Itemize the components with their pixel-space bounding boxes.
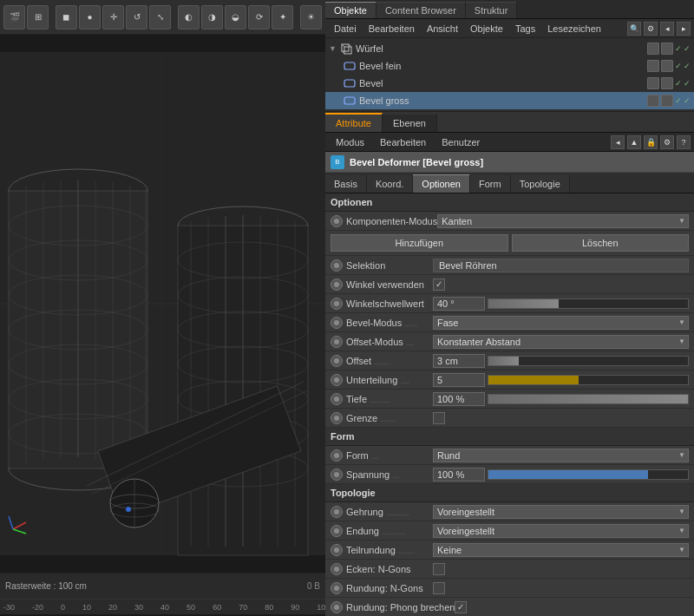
collapse-icon[interactable]: ◂	[660, 22, 674, 36]
select-gehrung[interactable]: Voreingestellt	[433, 505, 689, 519]
checkbox-rundung-phong[interactable]: ✓	[455, 601, 467, 613]
checkbox-grenze[interactable]	[433, 412, 445, 424]
value-tiefe[interactable]	[433, 392, 689, 406]
value-teilrundung[interactable]: Keine	[433, 543, 689, 557]
tree-item-wurfel[interactable]: ▼ Würfel ✓ ✓	[325, 40, 694, 57]
expand-icon[interactable]: ▸	[677, 22, 691, 36]
rend-icon-4[interactable]	[661, 95, 673, 107]
select-teilrundung[interactable]: Keine	[433, 543, 689, 557]
tab-ebenen[interactable]: Ebenen	[383, 115, 437, 132]
value-komponenten[interactable]: Kanten	[437, 214, 689, 228]
value-endung[interactable]: Voreingestellt	[433, 524, 689, 538]
tool-film[interactable]: 🎬	[3, 5, 25, 29]
menu-ansicht[interactable]: Ansicht	[422, 22, 463, 36]
slider-tiefe[interactable]	[488, 394, 689, 404]
tool-sphere[interactable]: ●	[79, 5, 101, 29]
tool-s1[interactable]: ◐	[178, 5, 200, 29]
select-wrapper-offset-modus[interactable]: Konstanter Abstand	[433, 335, 689, 349]
tab-form[interactable]: Form	[470, 175, 511, 193]
tool-s4[interactable]: ✦	[272, 5, 293, 29]
tool-cube[interactable]: ◼	[56, 5, 77, 29]
tab-topologie[interactable]: Topologie	[511, 175, 570, 193]
value-unterteilung[interactable]	[433, 373, 689, 387]
menu-tags[interactable]: Tags	[510, 22, 540, 36]
tool-light[interactable]: ☀	[300, 5, 322, 29]
checkbox-rundung-ngons[interactable]	[433, 582, 445, 594]
value-bevel-modus[interactable]: Fase	[433, 316, 689, 330]
visibility-icon[interactable]	[647, 43, 659, 55]
select-wrapper-teilrundung[interactable]: Keine	[433, 543, 689, 557]
attr-bearbeiten[interactable]: Bearbeiten	[373, 135, 433, 149]
value-rundung-ngons[interactable]	[433, 582, 689, 594]
tab-optionen[interactable]: Optionen	[413, 174, 470, 193]
value-form[interactable]: Rund	[433, 449, 689, 462]
select-endung[interactable]: Voreingestellt	[433, 524, 689, 538]
arrow-up-icon[interactable]: ▲	[627, 135, 641, 149]
value-winkelwert[interactable]	[433, 297, 689, 311]
rend-icon-3[interactable]	[661, 77, 673, 89]
select-offset-modus[interactable]: Konstanter Abstand	[433, 335, 689, 349]
menu-bearbeiten[interactable]: Bearbeiten	[363, 22, 420, 36]
rend-icon-2[interactable]	[661, 60, 673, 72]
search-icon[interactable]: 🔍	[627, 22, 641, 36]
input-unterteilung[interactable]	[433, 373, 485, 387]
tab-objekte[interactable]: Objekte	[325, 2, 376, 18]
value-grenze[interactable]	[433, 412, 689, 424]
value-offset-modus[interactable]: Konstanter Abstand	[433, 335, 689, 349]
input-selektion[interactable]	[433, 259, 689, 272]
viewport-3d[interactable]	[0, 35, 325, 573]
render-icon[interactable]	[661, 43, 673, 55]
menu-datei[interactable]: Datei	[329, 22, 362, 36]
checkbox-winkel[interactable]: ✓	[433, 279, 445, 291]
btn-hinzufuegen[interactable]: Hinzufügen	[331, 234, 508, 252]
value-winkel-check[interactable]: ✓	[433, 279, 689, 291]
tab-koord[interactable]: Koord.	[367, 175, 413, 193]
settings-icon[interactable]: ⚙	[660, 135, 674, 149]
value-spannung[interactable]	[433, 468, 689, 482]
select-wrapper-komponenten[interactable]: Kanten	[437, 214, 689, 228]
vis-icon-3[interactable]	[647, 77, 659, 89]
tree-item-bevel-gross[interactable]: Bevel gross ✓ ✓	[325, 92, 694, 109]
slider-spannung[interactable]	[488, 469, 689, 480]
tree-item-bevel-fein[interactable]: Bevel fein ✓ ✓	[325, 57, 694, 75]
vis-icon-4[interactable]	[647, 95, 659, 107]
slider-winkelwert[interactable]	[488, 298, 689, 309]
value-offset[interactable]	[433, 354, 689, 368]
options-icon[interactable]: ⚙	[644, 22, 658, 36]
vis-icon-2[interactable]	[647, 60, 659, 72]
tab-content-browser[interactable]: Content Browser	[376, 2, 466, 18]
tool-scale[interactable]: ⤡	[149, 5, 171, 29]
value-gehrung[interactable]: Voreingestellt	[433, 505, 689, 519]
lock-icon[interactable]: 🔒	[644, 135, 658, 149]
tool-rotate[interactable]: ↺	[126, 5, 147, 29]
expand-arrow-wurfel[interactable]: ▼	[329, 44, 337, 53]
tree-item-bevel[interactable]: Bevel ✓ ✓	[325, 75, 694, 92]
select-form[interactable]: Rund	[433, 449, 689, 462]
checkbox-ecken[interactable]	[433, 563, 445, 575]
input-spannung[interactable]	[433, 468, 485, 482]
attr-benutzer[interactable]: Benutzer	[435, 135, 487, 149]
select-wrapper-bevel[interactable]: Fase	[433, 316, 689, 330]
btn-loeschen[interactable]: Löschen	[512, 234, 690, 252]
input-offset[interactable]	[433, 354, 485, 368]
select-wrapper-gehrung[interactable]: Voreingestellt	[433, 505, 689, 519]
tool-grid[interactable]: ⊞	[27, 5, 49, 29]
tool-s3[interactable]: ◒	[225, 5, 246, 29]
menu-objekte[interactable]: Objekte	[465, 22, 508, 36]
value-rundung-phong[interactable]: ✓	[455, 601, 689, 613]
menu-lesezeichen[interactable]: Lesezeichen	[542, 22, 606, 36]
select-bevel-modus[interactable]: Fase	[433, 316, 689, 330]
tool-move[interactable]: ✛	[102, 5, 124, 29]
select-komponenten[interactable]: Kanten	[437, 214, 689, 228]
arrow-left-icon[interactable]: ◂	[611, 135, 625, 149]
tab-attribute[interactable]: Attribute	[325, 113, 383, 132]
help-icon[interactable]: ?	[677, 135, 691, 149]
slider-offset[interactable]	[488, 356, 689, 366]
value-selektion[interactable]	[433, 259, 689, 272]
attr-modus[interactable]: Modus	[329, 135, 371, 149]
tab-struktur[interactable]: Struktur	[466, 2, 518, 18]
select-wrapper-form[interactable]: Rund	[433, 449, 689, 462]
input-tiefe[interactable]	[433, 392, 485, 406]
tool-loop[interactable]: ⟳	[248, 5, 270, 29]
select-wrapper-endung[interactable]: Voreingestellt	[433, 524, 689, 538]
